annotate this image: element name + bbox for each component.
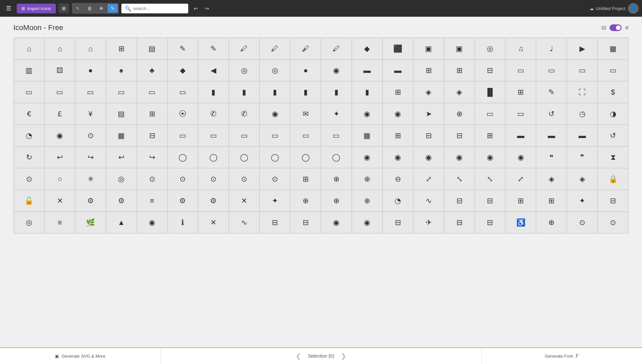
cursor-tool-button[interactable]: ↖ — [73, 4, 83, 13]
icon-cell[interactable]: ✈ — [413, 212, 444, 233]
icon-cell[interactable]: ¥ — [75, 103, 106, 125]
icon-cell[interactable]: ▬ — [383, 59, 413, 81]
icon-cell[interactable]: ▮ — [229, 81, 259, 103]
icon-cell[interactable]: ⊟ — [444, 212, 475, 233]
icon-cell[interactable]: ◉ — [444, 146, 475, 168]
icon-cell[interactable]: ◔ — [14, 125, 44, 146]
icon-cell[interactable]: ⊞ — [290, 168, 321, 190]
icon-cell[interactable]: 🌿 — [75, 212, 106, 233]
icon-cell[interactable]: ▭ — [168, 125, 198, 146]
icon-cell[interactable]: ♫ — [505, 38, 536, 59]
icon-cell[interactable]: ▬ — [567, 125, 598, 146]
icon-cell[interactable]: ▭ — [198, 125, 229, 146]
icon-cell[interactable]: ∿ — [413, 190, 444, 212]
icon-cell[interactable]: ▭ — [106, 81, 137, 103]
icon-cell[interactable]: ◉ — [352, 103, 383, 125]
icon-cell[interactable]: ⊞ — [106, 38, 137, 59]
icon-cell[interactable]: ✳ — [75, 168, 106, 190]
icon-cell[interactable]: ✎ — [536, 81, 567, 103]
undo-button[interactable]: ↩ — [191, 4, 201, 13]
search-input[interactable] — [133, 6, 180, 11]
icon-cell[interactable]: ◈ — [567, 168, 598, 190]
icon-cell[interactable]: 🖊 — [321, 38, 352, 59]
icon-cell[interactable]: ▬ — [352, 59, 383, 81]
icon-cell[interactable]: ▦ — [598, 38, 628, 59]
icon-cell[interactable]: ⊟ — [444, 125, 475, 146]
icon-cell[interactable]: ✕ — [198, 212, 229, 233]
icon-cell[interactable]: ▥ — [14, 59, 44, 81]
icon-cell[interactable]: ⚙ — [75, 190, 106, 212]
generate-font-button[interactable]: Generate Font F — [481, 348, 642, 364]
icon-cell[interactable]: ♩ — [536, 38, 567, 59]
icon-cell[interactable]: ✎ — [168, 38, 198, 59]
icon-cell[interactable]: ▭ — [567, 59, 598, 81]
icon-cell[interactable]: ○ — [44, 168, 75, 190]
icon-cell[interactable]: ▮ — [352, 81, 383, 103]
icon-cell[interactable]: ⊞ — [475, 125, 506, 146]
icon-cell[interactable]: ⊕ — [321, 190, 352, 212]
icon-cell[interactable]: ✕ — [229, 190, 259, 212]
icon-cell[interactable]: ⊞ — [383, 125, 413, 146]
icon-cell[interactable]: ↪ — [137, 146, 168, 168]
icon-cell[interactable]: ▦ — [106, 125, 137, 146]
icon-cell[interactable]: ▮ — [198, 81, 229, 103]
icon-cell[interactable]: ⌂ — [44, 38, 75, 59]
icon-cell[interactable]: ▐▌ — [475, 81, 506, 103]
icon-cell[interactable]: ◎ — [475, 38, 506, 59]
icon-cell[interactable]: ➤ — [413, 103, 444, 125]
icon-cell[interactable]: ↺ — [536, 103, 567, 125]
icon-cell[interactable]: ✆ — [229, 103, 259, 125]
icon-cell[interactable]: ◎ — [229, 59, 259, 81]
icon-cell[interactable]: ◉ — [383, 103, 413, 125]
icon-cell[interactable]: ♣ — [137, 59, 168, 81]
icon-cell[interactable]: ◯ — [168, 146, 198, 168]
icon-cell[interactable]: ⊙ — [567, 212, 598, 233]
icon-cell[interactable]: ● — [290, 59, 321, 81]
icon-cell[interactable]: ◯ — [229, 146, 259, 168]
icon-cell[interactable]: ▦ — [352, 125, 383, 146]
menu-button[interactable]: ☰ — [3, 3, 14, 13]
icon-cell[interactable]: ≡ — [44, 212, 75, 233]
icon-cell[interactable]: ⊟ — [383, 212, 413, 233]
icon-cell[interactable]: ◉ — [137, 212, 168, 233]
icon-cell[interactable]: ⌂ — [75, 38, 106, 59]
icon-cell[interactable]: ◉ — [44, 125, 75, 146]
icon-cell[interactable]: ▭ — [505, 103, 536, 125]
icon-cell[interactable]: 🖊 — [229, 38, 259, 59]
redo-button[interactable]: ↪ — [202, 4, 212, 13]
icon-cell[interactable]: ⊟ — [598, 190, 628, 212]
icon-cell[interactable]: ● — [75, 59, 106, 81]
icon-cell[interactable]: ◯ — [198, 146, 229, 168]
icon-cell[interactable]: ⌂ — [14, 38, 44, 59]
icon-cell[interactable]: ◯ — [290, 146, 321, 168]
icon-cell[interactable]: ▭ — [475, 103, 506, 125]
icon-cell[interactable]: ◎ — [259, 59, 290, 81]
icon-cell[interactable]: ⤡ — [475, 168, 506, 190]
icon-cell[interactable]: ⛶ — [567, 81, 598, 103]
icon-cell[interactable]: $ — [598, 81, 628, 103]
icon-cell[interactable]: ◎ — [14, 212, 44, 233]
icon-cell[interactable]: ⤢ — [413, 168, 444, 190]
icon-cell[interactable]: ▭ — [290, 125, 321, 146]
icon-cell[interactable]: ⧗ — [598, 146, 628, 168]
icon-cell[interactable]: ▬ — [536, 125, 567, 146]
icon-cell[interactable]: ⊟ — [259, 212, 290, 233]
icon-cell[interactable]: ⊕ — [352, 190, 383, 212]
icon-cell[interactable]: ⊞ — [536, 190, 567, 212]
icon-cell[interactable]: ▬ — [505, 125, 536, 146]
icon-cell[interactable]: ▭ — [536, 59, 567, 81]
icon-cell[interactable]: 🔓 — [14, 190, 44, 212]
icon-cell[interactable]: ◈ — [413, 81, 444, 103]
icon-cell[interactable]: ⊞ — [444, 59, 475, 81]
icon-cell[interactable]: ◯ — [259, 146, 290, 168]
icon-cell[interactable]: ⊟ — [137, 125, 168, 146]
icon-cell[interactable]: ◉ — [352, 212, 383, 233]
icon-cell[interactable]: ◉ — [352, 146, 383, 168]
icon-cell[interactable]: ▭ — [321, 125, 352, 146]
icon-cell[interactable]: 🔒 — [598, 168, 628, 190]
icon-cell[interactable]: ▭ — [229, 125, 259, 146]
icon-cell[interactable]: ▭ — [137, 81, 168, 103]
icon-cell[interactable]: ▭ — [505, 59, 536, 81]
icon-cell[interactable]: ⊙ — [137, 168, 168, 190]
icon-cell[interactable]: ↺ — [598, 125, 628, 146]
